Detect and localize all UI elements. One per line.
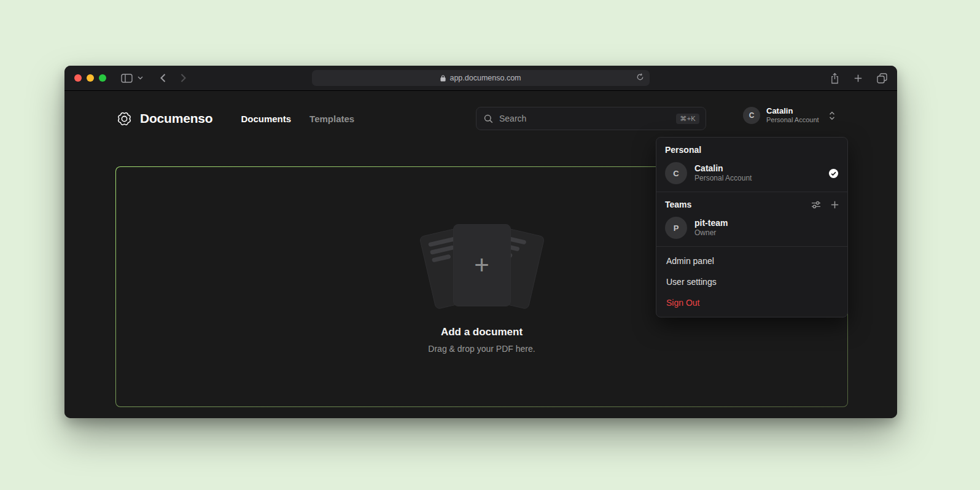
account-name: Catalin [766, 106, 819, 116]
search-shortcut-badge: ⌘+K [676, 114, 699, 124]
documenso-logo-icon [116, 111, 133, 127]
lock-icon [440, 75, 446, 82]
dropzone-title: Add a document [441, 326, 523, 338]
menu-actions: Admin panel User settings Sign Out [656, 247, 847, 317]
chevron-up-down-icon [829, 111, 835, 120]
brand-name: Documenso [140, 111, 212, 126]
close-window-button[interactable] [74, 74, 82, 82]
personal-section: Personal C Catalin Personal Account [656, 138, 847, 192]
minimize-window-button[interactable] [87, 74, 94, 82]
documents-illustration: + [414, 220, 550, 314]
personal-section-label: Personal [665, 145, 839, 155]
nav-documents[interactable]: Documents [241, 114, 291, 124]
brand[interactable]: Documenso [116, 111, 212, 127]
address-bar[interactable]: app.documenso.com [312, 70, 650, 86]
url-text: app.documenso.com [449, 74, 521, 82]
share-icon[interactable] [830, 72, 839, 84]
sidebar-chevron-down-icon[interactable] [138, 76, 143, 80]
back-button-icon[interactable] [160, 74, 166, 82]
menu-item-sign-out[interactable]: Sign Out [656, 292, 847, 313]
menu-item-admin-panel[interactable]: Admin panel [656, 251, 847, 271]
account-subtitle: Personal Account [766, 116, 819, 125]
sidebar-toggle-icon[interactable] [121, 74, 133, 83]
nav-templates[interactable]: Templates [309, 114, 354, 124]
reload-icon[interactable] [636, 73, 644, 81]
document-card-center: + [453, 224, 511, 306]
tab-overview-icon[interactable] [877, 73, 887, 84]
teams-section-label: Teams [665, 200, 691, 209]
dropzone-subtitle: Drag & drop your PDF here. [428, 344, 535, 354]
add-team-icon[interactable] [831, 201, 839, 209]
forward-button-icon[interactable] [181, 74, 186, 82]
personal-account-subtitle: Personal Account [694, 174, 821, 184]
zoom-window-button[interactable] [99, 74, 106, 82]
search-input[interactable] [498, 113, 671, 124]
personal-account-name: Catalin [694, 163, 821, 174]
new-tab-plus-icon[interactable] [854, 74, 862, 82]
plus-icon: + [474, 252, 489, 278]
main-nav: Documents Templates [241, 114, 354, 124]
personal-account-item[interactable]: C Catalin Personal Account [665, 162, 839, 184]
account-dropdown-menu: Personal C Catalin Personal Account [656, 137, 848, 317]
browser-window: app.documenso.com [64, 66, 897, 418]
menu-item-user-settings[interactable]: User settings [656, 271, 847, 292]
search-icon [484, 114, 493, 123]
avatar: C [743, 107, 760, 124]
team-item[interactable]: P pit-team Owner [665, 217, 839, 239]
browser-toolbar: app.documenso.com [64, 66, 897, 91]
selected-check-icon [828, 168, 839, 179]
window-controls [74, 74, 106, 82]
account-menu-trigger[interactable]: C Catalin Personal Account [743, 106, 835, 125]
team-role: Owner [694, 228, 839, 238]
search-bar[interactable]: ⌘+K [476, 107, 706, 130]
team-avatar: P [665, 217, 687, 239]
avatar: C [665, 162, 687, 184]
teams-section: Teams [656, 192, 847, 246]
manage-teams-icon[interactable] [811, 201, 821, 209]
team-name: pit-team [694, 217, 839, 228]
page-content: Documenso Documents Templates ⌘+K C Cata… [64, 91, 897, 418]
